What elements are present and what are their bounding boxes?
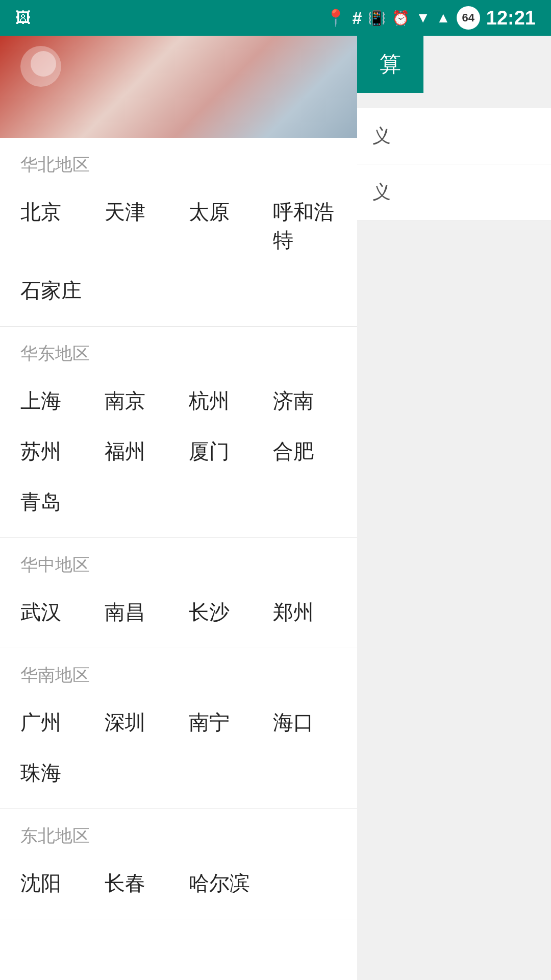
city-item-3-4[interactable]: 珠海	[10, 748, 94, 798]
region-section-3: 华南地区广州深圳南宁海口珠海	[0, 648, 357, 809]
region-title-2: 华中地区	[0, 538, 357, 587]
city-item-1-4[interactable]: 苏州	[10, 426, 94, 477]
city-item-4-2[interactable]: 哈尔滨	[179, 858, 263, 909]
image-icon: 🖼	[15, 9, 31, 27]
signal-icon: ▲	[436, 10, 450, 26]
city-grid-0: 北京天津太原呼和浩特石家庄	[0, 187, 357, 316]
region-section-1: 华东地区上海南京杭州济南苏州福州厦门合肥青岛	[0, 327, 357, 538]
city-item-2-1[interactable]: 南昌	[94, 587, 179, 638]
regions-container: 华北地区北京天津太原呼和浩特石家庄华东地区上海南京杭州济南苏州福州厦门合肥青岛华…	[0, 138, 357, 919]
main-container: 华北地区北京天津太原呼和浩特石家庄华东地区上海南京杭州济南苏州福州厦门合肥青岛华…	[0, 36, 551, 980]
city-grid-2: 武汉南昌长沙郑州	[0, 587, 357, 638]
city-item-1-5[interactable]: 福州	[94, 426, 179, 477]
wifi-icon: ▼	[416, 10, 430, 26]
region-title-3: 华南地区	[0, 648, 357, 697]
status-time: 12:21	[486, 7, 536, 29]
city-grid-3: 广州深圳南宁海口珠海	[0, 697, 357, 798]
calculate-button[interactable]: 算	[357, 36, 423, 93]
city-item-2-3[interactable]: 郑州	[263, 587, 347, 638]
right-item-1: 义	[357, 108, 551, 164]
city-item-1-3[interactable]: 济南	[263, 376, 347, 426]
city-item-3-0[interactable]: 广州	[10, 697, 94, 748]
battery-level: 64	[462, 11, 474, 24]
right-item-2: 义	[357, 164, 551, 220]
city-grid-4: 沈阳长春哈尔滨	[0, 858, 357, 909]
city-item-1-6[interactable]: 厦门	[179, 426, 263, 477]
city-item-0-2[interactable]: 太原	[179, 187, 263, 265]
right-sidebar: 算 义 义	[357, 36, 551, 980]
city-item-4-0[interactable]: 沈阳	[10, 858, 94, 909]
city-item-3-2[interactable]: 南宁	[179, 697, 263, 748]
region-title-4: 东北地区	[0, 809, 357, 858]
region-title-1: 华东地区	[0, 327, 357, 376]
city-item-1-0[interactable]: 上海	[10, 376, 94, 426]
alarm-icon: ⏰	[392, 10, 410, 27]
status-bar-left: 🖼	[15, 9, 31, 27]
city-item-2-2[interactable]: 长沙	[179, 587, 263, 638]
city-item-1-8[interactable]: 青岛	[10, 477, 94, 527]
battery-badge: 64	[457, 6, 480, 30]
hash-icon: #	[352, 8, 362, 28]
city-item-1-7[interactable]: 合肥	[263, 426, 347, 477]
city-item-4-1[interactable]: 长春	[94, 858, 179, 909]
city-item-1-1[interactable]: 南京	[94, 376, 179, 426]
status-bar: 🖼 📍 # 📳 ⏰ ▼ ▲ 64 12:21	[0, 0, 551, 36]
right-items-panel: 义 义	[357, 108, 551, 220]
location-icon: 📍	[325, 8, 346, 28]
city-item-2-0[interactable]: 武汉	[10, 587, 94, 638]
city-item-1-2[interactable]: 杭州	[179, 376, 263, 426]
city-item-0-1[interactable]: 天津	[94, 187, 179, 265]
city-item-0-3[interactable]: 呼和浩特	[263, 187, 347, 265]
city-item-3-1[interactable]: 深圳	[94, 697, 179, 748]
vibrate-icon: 📳	[368, 10, 386, 27]
region-section-2: 华中地区武汉南昌长沙郑州	[0, 538, 357, 648]
city-item-0-0[interactable]: 北京	[10, 187, 94, 265]
header-image	[0, 36, 357, 138]
city-panel: 华北地区北京天津太原呼和浩特石家庄华东地区上海南京杭州济南苏州福州厦门合肥青岛华…	[0, 36, 357, 980]
region-title-0: 华北地区	[0, 138, 357, 187]
city-grid-1: 上海南京杭州济南苏州福州厦门合肥青岛	[0, 376, 357, 527]
status-bar-right: 📍 # 📳 ⏰ ▼ ▲ 64 12:21	[325, 6, 536, 30]
city-item-0-4[interactable]: 石家庄	[10, 265, 94, 316]
region-section-0: 华北地区北京天津太原呼和浩特石家庄	[0, 138, 357, 327]
city-item-3-3[interactable]: 海口	[263, 697, 347, 748]
region-section-4: 东北地区沈阳长春哈尔滨	[0, 809, 357, 919]
